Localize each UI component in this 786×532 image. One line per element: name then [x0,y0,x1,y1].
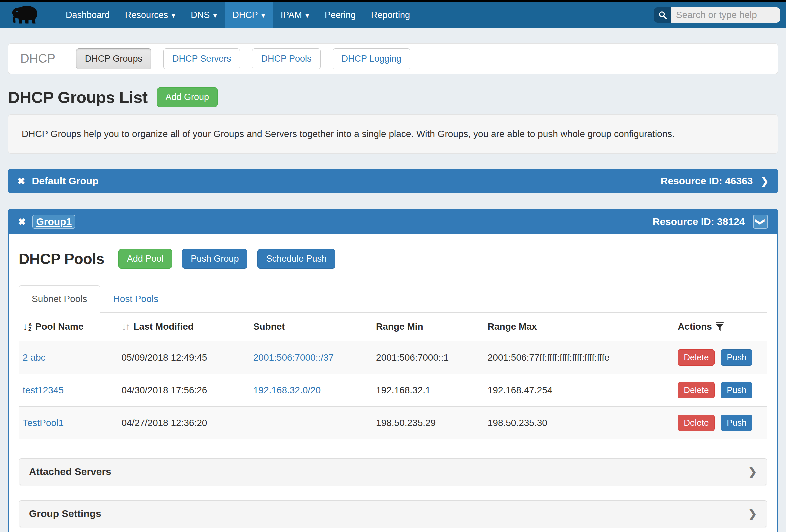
add-group-button[interactable]: Add Group [157,87,218,107]
range-min-cell: 2001:506:7000::1 [372,341,484,374]
description-text: DHCP Groups help you to organize all of … [22,129,675,139]
pools-title: DHCP Pools [19,250,104,268]
nav-item-peering[interactable]: Peering [317,2,363,28]
header-label: Pool Name [35,321,84,332]
delete-pool-button[interactable]: Delete [678,415,715,431]
push-group-button[interactable]: Push Group [182,249,247,269]
range-max-cell: 198.50.235.30 [484,407,674,439]
group-bar-left: Group1 [18,215,75,229]
subnav-dhcp-pools-button[interactable]: DHCP Pools [252,48,320,69]
tab-host-pools[interactable]: Host Pools [100,285,171,313]
nav-menu: Dashboard Resources DNS DHCP IPAM Peerin… [58,2,418,28]
delete-group-icon[interactable] [18,216,26,227]
column-header-pool-name[interactable]: A Z Pool Name [19,313,117,341]
filter-icon[interactable] [715,322,724,331]
chevron-right-icon [748,507,757,520]
column-header-range-min[interactable]: Range Min [372,313,484,341]
nav-item-reporting[interactable]: Reporting [363,2,418,28]
group-panel-group1: Group1 Resource ID: 38124 DHCP Pools Add… [8,209,778,532]
range-max-cell: 2001:506:77ff:ffff:ffff:ffff:ffff:fffe [484,341,674,374]
group-bar-group1[interactable]: Group1 Resource ID: 38124 [9,210,777,234]
chevron-right-icon [748,465,757,478]
nav-item-label: Dashboard [66,10,110,20]
header-label: Actions [678,321,712,332]
header-label: Range Max [488,321,537,332]
subnet-link[interactable]: 192.168.32.0/20 [253,385,321,395]
tab-subnet-pools[interactable]: Subnet Pools [19,285,100,313]
collapsed-sections: Attached Servers Group Settings [19,458,767,527]
pool-name-link[interactable]: TestPool1 [23,418,64,428]
search-input[interactable] [671,7,780,23]
dhcp-subnav: DHCP DHCP Groups DHCP Servers DHCP Pools… [8,43,778,74]
column-header-range-max[interactable]: Range Max [484,313,674,341]
title-row: DHCP Groups List Add Group [8,87,778,107]
pool-name-link[interactable]: 2 abc [23,352,46,363]
group-bar-default-group[interactable]: Default Group Resource ID: 46363 [8,169,778,193]
push-pool-button[interactable]: Push [721,349,752,366]
pools-header-row: DHCP Pools Add Pool Push Group Schedule … [19,249,767,269]
group-bar-right: Resource ID: 38124 [653,215,768,229]
global-search [654,2,780,28]
caret-down-icon [261,10,265,20]
caret-down-icon [213,10,217,20]
group-bar-right: Resource ID: 46363 [661,175,769,187]
nav-item-label: DHCP [232,10,258,20]
table-row: TestPool1 04/27/2018 12:36:20 198.50.235… [19,407,767,439]
header-label: Last Modified [133,321,193,332]
resource-id: Resource ID: 46363 [661,175,753,187]
app-logo[interactable] [9,2,43,28]
subnav-dhcp-servers-button[interactable]: DHCP Servers [163,48,240,69]
column-header-subnet[interactable]: Subnet [249,313,372,341]
group-bar-left: Default Group [17,175,98,187]
subnav-dhcp-logging-button[interactable]: DHCP Logging [333,48,411,69]
last-modified-cell: 04/30/2018 17:56:26 [117,374,249,407]
sort-icon[interactable] [121,321,130,332]
subnav-dhcp-groups-button[interactable]: DHCP Groups [76,48,151,69]
section-label: Attached Servers [29,466,111,477]
attached-servers-section[interactable]: Attached Servers [19,458,767,485]
nav-item-label: IPAM [281,10,302,20]
header-label: Subnet [253,321,285,332]
column-header-actions: Actions [674,313,767,341]
nav-item-label: Reporting [371,10,410,20]
nav-item-dns[interactable]: DNS [183,2,225,28]
subnet-pools-table: A Z Pool Name Last Modified [19,313,767,439]
range-max-cell: 192.168.47.254 [484,374,674,407]
column-header-last-modified[interactable]: Last Modified [117,313,249,341]
nav-item-ipam[interactable]: IPAM [273,2,317,28]
schedule-push-button[interactable]: Schedule Push [257,249,335,269]
group-detail-body: DHCP Pools Add Pool Push Group Schedule … [9,234,777,532]
header-label: Range Min [376,321,423,332]
group-name: Default Group [32,175,98,187]
range-min-cell: 198.50.235.29 [372,407,484,439]
table-row: test12345 04/30/2018 17:56:26 192.168.32… [19,374,767,407]
table-header-row: A Z Pool Name Last Modified [19,313,767,341]
mammoth-logo-icon [9,5,43,25]
sort-alpha-asc-icon[interactable]: A Z [23,321,32,332]
pools-tabs: Subnet Pools Host Pools [19,285,767,313]
caret-down-icon [171,10,175,20]
pool-name-link[interactable]: test12345 [23,385,64,395]
push-pool-button[interactable]: Push [721,415,752,431]
search-button[interactable] [654,7,671,23]
search-icon [658,10,667,20]
group-settings-section[interactable]: Group Settings [19,500,767,527]
delete-pool-button[interactable]: Delete [678,349,715,366]
delete-pool-button[interactable]: Delete [678,382,715,398]
nav-item-dhcp[interactable]: DHCP [225,2,273,28]
last-modified-cell: 04/27/2018 12:36:20 [117,407,249,439]
subnet-link[interactable]: 2001:506:7000::/37 [253,352,334,363]
nav-item-label: Peering [325,10,356,20]
page-title: DHCP Groups List [8,88,148,107]
chevron-down-icon[interactable] [757,216,764,227]
nav-item-resources[interactable]: Resources [117,2,183,28]
push-pool-button[interactable]: Push [721,382,752,398]
group-name-link[interactable]: Group1 [36,216,72,227]
nav-item-label: Resources [125,10,168,20]
add-pool-button[interactable]: Add Pool [118,249,172,269]
section-label: Group Settings [29,508,101,519]
nav-item-dashboard[interactable]: Dashboard [58,2,117,28]
delete-group-icon[interactable] [17,175,25,187]
chevron-right-icon[interactable] [761,175,769,187]
last-modified-cell: 05/09/2018 12:49:45 [117,341,249,374]
